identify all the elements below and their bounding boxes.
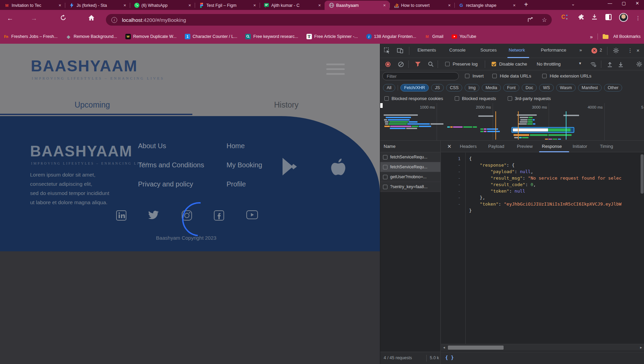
bookmark-item[interactable]: Free keyword researc... [245, 34, 298, 39]
preserve-log-checkbox[interactable] [445, 62, 450, 66]
export-har-icon[interactable] [617, 61, 624, 68]
request-row[interactable]: fetchServiceRequ... [380, 162, 440, 172]
download-icon[interactable] [591, 14, 598, 20]
tab-search-chevron-icon[interactable]: ⌄ [571, 1, 575, 6]
pill-img[interactable]: Img [465, 84, 479, 92]
browser-tab[interactable]: MInvitation to Tec× [0, 1, 65, 10]
browser-tab[interactable]: How to convert× [389, 1, 454, 10]
devtools-tab-elements[interactable]: Elements [417, 47, 436, 53]
pill-fetchxhr[interactable]: Fetch/XHR [400, 84, 429, 92]
window-close-button[interactable]: ✕ [635, 1, 639, 6]
pill-doc[interactable]: Doc [522, 84, 537, 92]
response-code-area[interactable]: 1------- { "response": { "payload": null… [441, 153, 644, 344]
browser-tab[interactable]: Grectangle shape× [454, 1, 519, 10]
window-minimize-button[interactable]: — [608, 1, 612, 6]
tab-history[interactable]: History [242, 100, 331, 110]
forward-icon[interactable]: → [31, 15, 37, 22]
home-icon[interactable] [88, 15, 95, 21]
footer-link-terms-and-conditions[interactable]: Terms and Conditions [138, 161, 227, 169]
more-vert-icon[interactable]: ⋮ [628, 47, 633, 54]
browser-tab[interactable]: Js (forked) - Sta× [65, 1, 130, 10]
request-row[interactable]: fetchServiceRequ... [380, 152, 440, 162]
invert-checkbox[interactable] [465, 74, 469, 78]
scroll-right-icon[interactable]: ▸ [640, 345, 642, 350]
gear-icon[interactable] [636, 61, 643, 68]
window-maximize-button[interactable]: ▢ [622, 1, 626, 6]
reload-icon[interactable] [60, 15, 66, 21]
request-row[interactable]: getUser?mobno=... [380, 172, 440, 182]
url-text[interactable]: localhost:4200/#/myBooking [122, 17, 186, 23]
request-row[interactable]: ?sentry_key=faa8... [380, 182, 440, 192]
footer-link-privacy-and-policy[interactable]: Privacy and policy [138, 180, 227, 188]
response-tab-headers[interactable]: Headers [460, 144, 477, 149]
tab-close-icon[interactable]: × [57, 3, 62, 8]
device-toolbar-icon[interactable] [397, 47, 403, 54]
youtube-icon[interactable] [246, 210, 258, 219]
pill-js[interactable]: JS [431, 84, 444, 92]
disable-cache-checkbox[interactable] [492, 62, 496, 66]
footer-link-home[interactable]: Home [227, 142, 315, 150]
bookmark-item[interactable]: YouTube [452, 34, 476, 39]
address-bar[interactable]: i localhost:4200/#/myBooking ☆ [106, 14, 552, 26]
devtools-tab-sources[interactable]: Sources [480, 47, 497, 53]
throttling-chevron-icon[interactable]: ▼ [578, 61, 582, 65]
scroll-left-icon[interactable]: ◂ [443, 345, 445, 350]
import-har-icon[interactable] [606, 61, 613, 68]
horizontal-scrollbar[interactable]: ◂ ▸ [441, 344, 644, 351]
devtools-tab-performance[interactable]: Performance [541, 47, 566, 53]
close-response-icon[interactable]: ✕ [447, 143, 452, 150]
back-icon[interactable]: ← [7, 15, 13, 22]
checkbox-3rd-party-requests[interactable] [508, 96, 512, 101]
checkbox-blocked-response-cookies[interactable] [384, 96, 389, 101]
pill-css[interactable]: CSS [446, 84, 463, 92]
apple-icon[interactable] [329, 157, 348, 178]
record-icon[interactable] [384, 61, 391, 68]
browser-tab[interactable]: Ajith kumar - C× [260, 1, 325, 10]
google-play-icon[interactable] [281, 157, 299, 178]
response-tab-response[interactable]: Response [542, 144, 562, 149]
footer-link-about-us[interactable]: About Us [138, 142, 227, 150]
bookmark-item[interactable]: MGmail [424, 34, 443, 39]
pill-other[interactable]: Other [604, 84, 622, 92]
tab-close-icon[interactable]: × [447, 3, 452, 8]
twitter-icon[interactable] [148, 210, 159, 220]
sidebar-icon[interactable] [605, 14, 612, 20]
pill-media[interactable]: Media [482, 84, 501, 92]
request-checkbox[interactable] [383, 165, 387, 169]
all-bookmarks-button[interactable]: All Bookmarks [613, 34, 641, 39]
bookmark-item[interactable]: TFree Article Spinner -... [306, 34, 358, 39]
hide-data-urls-checkbox[interactable] [492, 74, 497, 78]
footer-link-profile[interactable]: Profile [227, 180, 315, 188]
browser-tab[interactable]: (6) WhatsApp× [130, 1, 195, 10]
filter-input[interactable] [382, 72, 459, 80]
response-tab-timing[interactable]: Timing [600, 144, 613, 149]
network-overview-timeline[interactable]: 1000 ms2000 ms3000 ms4000 ms5 [380, 103, 644, 141]
bookmark-item[interactable]: 1Character Counter / L... [185, 34, 237, 39]
requests-header[interactable]: Name [380, 141, 440, 152]
inspect-icon[interactable] [384, 47, 390, 54]
tab-upcoming[interactable]: Upcoming [48, 100, 137, 110]
bookmarks-overflow-button[interactable]: » [590, 34, 593, 40]
vertical-scrollbar[interactable] [641, 154, 644, 194]
browser-tab[interactable]: Baashyaam× [325, 1, 389, 10]
puzzle-icon[interactable] [578, 14, 585, 21]
tab-close-icon[interactable]: × [512, 3, 517, 8]
checkbox-blocked-requests[interactable] [455, 96, 459, 101]
network-conditions-icon[interactable] [590, 61, 597, 68]
share-icon[interactable] [527, 17, 534, 23]
tab-close-icon[interactable]: × [122, 3, 127, 8]
pill-wasm[interactable]: Wasm [556, 84, 576, 92]
pill-manifest[interactable]: Manifest [578, 84, 602, 92]
hamburger-menu-icon[interactable] [326, 64, 345, 78]
bookmark-star-icon[interactable]: ☆ [542, 16, 547, 24]
browser-tab[interactable]: Test Fgil – Figm× [195, 1, 260, 10]
request-checkbox[interactable] [383, 185, 387, 189]
settings-gear-icon[interactable] [613, 47, 619, 54]
devtools-tab-network[interactable]: Network [509, 47, 525, 53]
scrollbar-thumb[interactable] [448, 346, 504, 350]
tab-close-icon[interactable]: × [252, 3, 257, 8]
throttling-select[interactable]: No throttling [537, 61, 561, 67]
request-checkbox[interactable] [383, 175, 387, 179]
request-checkbox[interactable] [383, 155, 387, 159]
bookmark-item[interactable]: i138 Angular Fronten... [366, 34, 416, 39]
